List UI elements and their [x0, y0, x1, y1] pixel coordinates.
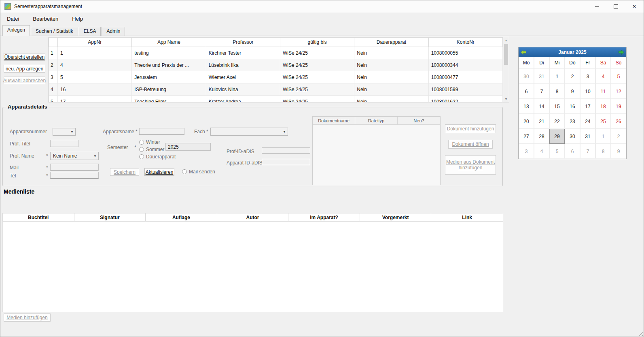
- calendar-day[interactable]: 2: [565, 69, 580, 84]
- calendar-day[interactable]: 1: [549, 69, 565, 84]
- calendar-day[interactable]: 4: [595, 69, 611, 84]
- tab-admin[interactable]: Admin: [102, 27, 125, 36]
- scrollbar-thumb[interactable]: [504, 44, 508, 65]
- cell-appnr[interactable]: 5: [58, 71, 132, 83]
- calendar-day[interactable]: 6: [565, 144, 580, 159]
- fach-combo[interactable]: ▼: [210, 128, 288, 136]
- calendar-day[interactable]: 9: [565, 84, 580, 99]
- medien-col-auflage[interactable]: Auflage: [146, 213, 217, 221]
- table-row[interactable]: 4 16 ISP-Betreuung Kulovics Nina WiSe 24…: [49, 83, 503, 96]
- cell-rownum[interactable]: 4: [49, 83, 58, 96]
- speichern-button[interactable]: Speichern: [110, 168, 139, 176]
- cell-gueltig-bis[interactable]: WiSe 24/25: [280, 96, 354, 103]
- calendar-day[interactable]: 4: [534, 144, 549, 159]
- cell-gueltig-bis[interactable]: WiSe 24/25: [280, 83, 354, 96]
- col-header-professor[interactable]: Professor: [206, 38, 280, 47]
- dokument-hinzufuegen-button[interactable]: Dokument hinzufügen: [445, 124, 496, 133]
- calendar-day[interactable]: 2: [611, 129, 626, 144]
- cell-kontonr[interactable]: 1008001622: [428, 96, 502, 103]
- calendar-day[interactable]: 18: [595, 99, 611, 114]
- tab-elsa[interactable]: ELSA: [79, 27, 101, 36]
- calendar-day[interactable]: 24: [580, 114, 595, 129]
- calendar-day[interactable]: 10: [580, 84, 595, 99]
- calendar-day[interactable]: 7: [580, 144, 595, 159]
- cell-rownum[interactable]: 2: [49, 59, 58, 71]
- prof-id-adis-field[interactable]: [262, 147, 310, 154]
- dokument-oeffnen-button[interactable]: Dokument öffnen: [448, 140, 493, 149]
- calendar-day[interactable]: 12: [611, 84, 626, 99]
- calendar-day[interactable]: 1: [595, 129, 611, 144]
- apparatsnummer-combo[interactable]: ▼: [53, 128, 76, 136]
- cell-appnr[interactable]: 17: [58, 96, 132, 103]
- calendar-day[interactable]: 26: [611, 114, 626, 129]
- prof-titel-field[interactable]: [50, 140, 78, 147]
- menu-item-datei[interactable]: Datei: [3, 14, 23, 23]
- medien-col-vorgemerkt[interactable]: Vorgemerkt: [360, 213, 432, 221]
- calendar-day[interactable]: 14: [534, 99, 549, 114]
- prev-month-button[interactable]: [519, 47, 528, 57]
- cell-appnr[interactable]: 1: [58, 47, 132, 59]
- cell-professor[interactable]: Kirchner Tester: [206, 47, 280, 59]
- cell-appname[interactable]: testing: [132, 47, 206, 59]
- cell-appname[interactable]: Jerusalem: [132, 71, 206, 83]
- calendar-day[interactable]: 15: [549, 99, 565, 114]
- calendar-day[interactable]: 31: [534, 69, 549, 84]
- cell-kontonr[interactable]: 1008000344: [428, 59, 502, 71]
- calendar-day[interactable]: 6: [519, 84, 534, 99]
- tel-field[interactable]: [50, 172, 99, 179]
- medien-aus-dokument-button[interactable]: Medien aus Dokument hinzufügen: [445, 155, 496, 175]
- apparat-id-adis-field[interactable]: [262, 159, 310, 165]
- cell-rownum[interactable]: 5: [49, 96, 58, 103]
- dauerapparat-radio[interactable]: [139, 154, 144, 159]
- calendar-day[interactable]: 11: [595, 84, 611, 99]
- col-header-appname[interactable]: App Name: [132, 38, 206, 47]
- cell-professor[interactable]: Wiemer Axel: [206, 71, 280, 83]
- cell-dauerapparat[interactable]: Nein: [354, 96, 428, 103]
- scroll-up-icon[interactable]: ▲: [503, 37, 509, 43]
- tab-anlegen[interactable]: Anlegen: [2, 25, 30, 36]
- create-overview-button[interactable]: Übersicht erstellen: [4, 53, 45, 61]
- col-header-gueltig-bis[interactable]: gültig bis: [280, 38, 354, 47]
- doc-col-dateityp[interactable]: Dateityp: [355, 117, 398, 125]
- calendar-day[interactable]: 5: [611, 69, 626, 84]
- next-month-button[interactable]: [616, 47, 626, 57]
- cell-dauerapparat[interactable]: Nein: [354, 59, 428, 71]
- calendar-day[interactable]: 8: [595, 144, 611, 159]
- calendar-day[interactable]: 19: [611, 99, 626, 114]
- calendar-day[interactable]: 3: [519, 144, 534, 159]
- mail-field[interactable]: [50, 164, 99, 171]
- medienliste-body[interactable]: [2, 222, 503, 312]
- calendar-day[interactable]: 31: [580, 129, 595, 144]
- calendar-day[interactable]: 5: [549, 144, 565, 159]
- table-scrollbar[interactable]: ▲ ▼: [503, 37, 509, 102]
- semester-year-field[interactable]: [165, 143, 211, 151]
- calendar-day[interactable]: 8: [549, 84, 565, 99]
- doc-col-neu[interactable]: Neu?: [398, 117, 440, 125]
- cell-gueltig-bis[interactable]: WiSe 24/25: [280, 71, 354, 83]
- cell-gueltig-bis[interactable]: WiSe 24/25: [280, 47, 354, 59]
- cancel-selection-button[interactable]: Auswahl abbrechen: [4, 77, 45, 84]
- calendar-day-selected[interactable]: 29: [549, 129, 565, 144]
- cell-professor[interactable]: Kratzer Andrea: [206, 96, 280, 103]
- calendar-day[interactable]: 22: [549, 114, 565, 129]
- calendar-day[interactable]: 16: [565, 99, 580, 114]
- calendar-day[interactable]: 17: [580, 99, 595, 114]
- calendar-day[interactable]: 27: [519, 129, 534, 144]
- cell-rownum[interactable]: 3: [49, 71, 58, 83]
- aktualisieren-button[interactable]: Aktualisieren: [144, 168, 174, 176]
- scroll-down-icon[interactable]: ▼: [503, 96, 509, 102]
- prof-name-combo[interactable]: Kein Name ▼: [50, 152, 99, 160]
- medien-col-signatur[interactable]: Signatur: [74, 213, 146, 221]
- calendar-day[interactable]: 13: [519, 99, 534, 114]
- new-app-button[interactable]: neu. App anlegen: [4, 65, 45, 73]
- close-button[interactable]: ✕: [625, 0, 644, 13]
- medien-col-buchtitel[interactable]: Buchtitel: [3, 213, 74, 221]
- cell-appnr[interactable]: 16: [58, 83, 132, 96]
- cell-dauerapparat[interactable]: Nein: [354, 47, 428, 59]
- mail-senden-checkbox[interactable]: [182, 169, 187, 174]
- cell-rownum[interactable]: 1: [49, 47, 58, 59]
- calendar-day[interactable]: 3: [580, 69, 595, 84]
- calendar-day[interactable]: 9: [611, 144, 626, 159]
- menu-item-help[interactable]: Help: [68, 14, 87, 23]
- apparatsname-field[interactable]: [139, 128, 184, 135]
